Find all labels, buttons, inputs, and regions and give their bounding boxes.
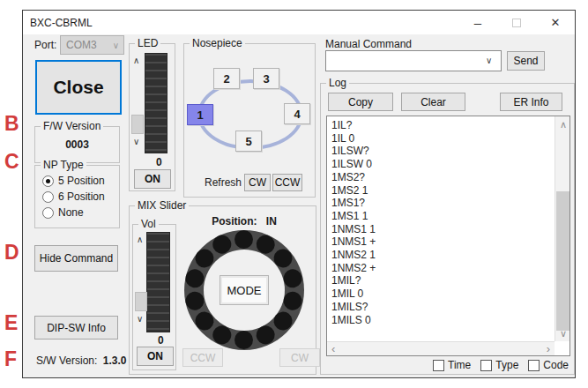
led-slider-up-icon[interactable]: ∧ bbox=[133, 56, 139, 65]
log-entry[interactable]: 1MS1? bbox=[331, 197, 376, 210]
dip-sw-info-button[interactable]: DIP-SW Info bbox=[34, 316, 118, 340]
np-radio-5-position[interactable]: 5 Position bbox=[42, 174, 105, 188]
turret-hole-icon bbox=[281, 267, 303, 289]
vol-slider-thumb[interactable] bbox=[135, 292, 147, 311]
dial-ccw-button[interactable]: CCW bbox=[182, 348, 223, 367]
screenshot-page: A B C D E F G H I J BXC-CBRML – ✕ Port: … bbox=[0, 0, 588, 388]
turret-hole-icon bbox=[234, 331, 253, 349]
turret-hole-icon bbox=[183, 267, 205, 289]
led-slider-thumb[interactable] bbox=[131, 115, 144, 134]
log-entry[interactable]: 1NMS2 1 bbox=[331, 249, 376, 262]
sw-version-label: S/W Version: bbox=[36, 354, 97, 367]
checkbox-icon bbox=[528, 360, 540, 371]
led-label: LED bbox=[135, 37, 160, 49]
vol-slider-down-icon[interactable]: ∨ bbox=[137, 315, 143, 324]
type-checkbox-item[interactable]: Type bbox=[480, 359, 518, 371]
log-entry[interactable]: 1MILS 0 bbox=[331, 314, 376, 327]
log-entries: 1IL? 1IL 0 1ILSW? 1ILSW 0 1MS2? 1MS2 1 1… bbox=[331, 119, 376, 326]
radio-label: 5 Position bbox=[58, 175, 105, 187]
log-entry[interactable]: 1IL? bbox=[331, 119, 376, 132]
led-group: LED ∧ ∨ 0 ON bbox=[129, 43, 175, 191]
minimize-icon: – bbox=[474, 15, 481, 30]
copy-button[interactable]: Copy bbox=[328, 93, 393, 111]
led-slider-down-icon[interactable]: ∨ bbox=[133, 138, 139, 146]
manual-command-label: Manual Command bbox=[325, 38, 412, 50]
led-level-meter bbox=[145, 53, 167, 153]
log-entry[interactable]: 1MS1 1 bbox=[331, 210, 376, 223]
radio-label: None bbox=[58, 206, 84, 219]
radio-label: 6 Position bbox=[58, 190, 105, 203]
time-checkbox-item[interactable]: Time bbox=[433, 359, 471, 371]
log-entry[interactable]: 1NMS1 1 bbox=[331, 223, 376, 236]
nosepiece-label: Nosepiece bbox=[190, 37, 245, 49]
checkbox-label: Type bbox=[495, 359, 518, 371]
vertical-scroll-thumb[interactable] bbox=[556, 191, 569, 331]
log-listbox[interactable]: 1IL? 1IL 0 1ILSW? 1ILSW 0 1MS2? 1MS2 1 1… bbox=[326, 116, 570, 356]
np-type-label: NP Type bbox=[41, 159, 86, 171]
clear-button[interactable]: Clear bbox=[401, 93, 465, 111]
position-status: Position: IN bbox=[174, 215, 315, 228]
log-entry[interactable]: 1ILSW? bbox=[331, 145, 376, 158]
manual-command-input[interactable] bbox=[325, 50, 502, 71]
refresh-label[interactable]: Refresh bbox=[205, 176, 242, 189]
checkbox-label: Time bbox=[448, 359, 471, 371]
log-entry[interactable]: 1IL 0 bbox=[331, 132, 376, 146]
np-radio-6-position[interactable]: 6 Position bbox=[42, 190, 105, 204]
fw-version-value: 0003 bbox=[35, 138, 119, 151]
vol-on-button[interactable]: ON bbox=[137, 347, 174, 366]
position-label: Position: bbox=[212, 215, 257, 228]
log-entry[interactable]: 1MS2 1 bbox=[331, 184, 376, 198]
window-controls: – ✕ bbox=[458, 11, 575, 34]
log-entry[interactable]: 1MIL? bbox=[331, 274, 376, 287]
nosepiece-position-2-button[interactable]: 2 bbox=[213, 68, 240, 89]
minimize-button[interactable]: – bbox=[458, 11, 497, 34]
log-entry[interactable]: 1MIL 0 bbox=[331, 287, 376, 301]
log-entry[interactable]: 1NMS1 + bbox=[331, 235, 376, 249]
scroll-down-icon[interactable]: ∨ bbox=[560, 329, 567, 339]
nosepiece-position-3-button[interactable]: 3 bbox=[253, 68, 279, 89]
nosepiece-position-1-button[interactable]: 1 bbox=[187, 104, 213, 125]
scroll-up-icon[interactable]: ∧ bbox=[560, 120, 567, 130]
nosepiece-position-5-button[interactable]: 5 bbox=[235, 131, 262, 152]
chevron-down-icon: ∨ bbox=[113, 41, 123, 50]
vol-value: 0 bbox=[158, 334, 164, 347]
close-window-button[interactable]: ✕ bbox=[536, 11, 575, 34]
turret-hole-icon bbox=[234, 230, 253, 249]
nosepiece-group: Nosepiece 1 2 3 4 5 Refresh CW CCW bbox=[183, 43, 316, 198]
close-button[interactable]: Close bbox=[35, 60, 122, 115]
log-entry[interactable]: 1MILS? bbox=[331, 301, 376, 314]
log-horizontal-scrollbar[interactable]: ‹ › bbox=[327, 341, 555, 355]
led-on-button[interactable]: ON bbox=[134, 169, 171, 189]
dial-cw-button[interactable]: CW bbox=[279, 348, 320, 367]
port-label: Port: bbox=[34, 39, 56, 51]
nosepiece-cw-button[interactable]: CW bbox=[244, 174, 271, 191]
title-bar: BXC-CBRML – ✕ bbox=[23, 11, 575, 34]
maximize-button[interactable] bbox=[497, 11, 536, 34]
hide-command-button[interactable]: Hide Command bbox=[34, 245, 118, 272]
checkbox-icon bbox=[480, 360, 492, 371]
send-button[interactable]: Send bbox=[507, 51, 545, 71]
log-entry[interactable]: 1ILSW 0 bbox=[331, 158, 376, 171]
sw-version: S/W Version: 1.3.0 bbox=[36, 354, 126, 367]
log-group: Log Copy Clear ER Info 1IL? 1IL 0 1ILSW?… bbox=[320, 83, 575, 375]
er-info-button[interactable]: ER Info bbox=[500, 93, 562, 111]
code-checkbox-item[interactable]: Code bbox=[528, 359, 569, 371]
scroll-left-icon[interactable]: ‹ bbox=[331, 344, 335, 354]
log-entry[interactable]: 1MS2? bbox=[331, 171, 376, 184]
np-type-group: NP Type 5 Position 6 Position None bbox=[34, 165, 120, 228]
maximize-icon bbox=[512, 19, 521, 27]
vol-label: Vol bbox=[138, 218, 159, 230]
mode-button[interactable]: MODE bbox=[220, 275, 269, 305]
vol-level-meter bbox=[146, 232, 170, 332]
port-combobox[interactable]: COM3 ∨ bbox=[60, 35, 124, 55]
log-vertical-scrollbar[interactable]: ∧ ∨ bbox=[555, 116, 569, 341]
annotation-letter-c: C bbox=[4, 152, 19, 172]
vol-slider-up-icon[interactable]: ∧ bbox=[137, 235, 143, 244]
turret-dial: MODE bbox=[184, 230, 304, 350]
log-entry[interactable]: 1NMS2 + bbox=[331, 262, 376, 275]
nosepiece-ccw-button[interactable]: CCW bbox=[272, 174, 302, 191]
nosepiece-position-4-button[interactable]: 4 bbox=[284, 103, 310, 124]
scroll-right-icon[interactable]: › bbox=[547, 344, 550, 354]
np-radio-none[interactable]: None bbox=[42, 205, 84, 220]
manual-command-dropdown-icon[interactable]: ∨ bbox=[486, 56, 492, 65]
